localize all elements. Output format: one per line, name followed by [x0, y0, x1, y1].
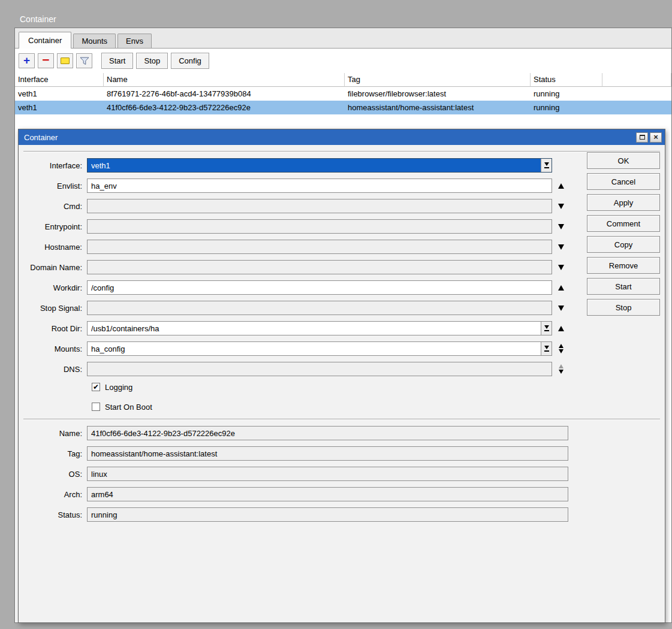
table-row[interactable]: veth1 8f761971-2276-46bf-acd4-13477939b0… — [15, 87, 671, 101]
field-row-mounts: Mounts: — [19, 341, 665, 356]
root-dir-label: Root Dir: — [19, 324, 87, 333]
root-dir-input[interactable] — [87, 321, 552, 335]
table-header-row: Interface Name Tag Status — [15, 73, 671, 87]
outer-window-titlebar[interactable]: Container — [14, 11, 672, 28]
filter-button[interactable] — [76, 53, 92, 68]
status-label: Status: — [19, 510, 87, 519]
row-interface: veth1 — [15, 89, 104, 98]
domain-name-input[interactable] — [87, 260, 552, 274]
status-value — [87, 507, 568, 522]
start-on-boot-checkbox-row[interactable]: Start On Boot — [92, 402, 665, 412]
cancel-button[interactable]: Cancel — [587, 173, 660, 190]
info-row-arch: Arch: — [19, 487, 665, 501]
field-row-domain-name: Domain Name: — [19, 260, 665, 274]
add-button[interactable]: + — [19, 53, 35, 68]
dialog-body: Interface: Envlist: Cmd: — [19, 145, 665, 624]
envlist-input[interactable] — [87, 179, 552, 193]
stop-signal-input[interactable] — [87, 301, 552, 315]
dropdown-bar-icon — [544, 350, 549, 352]
remove-button-dialog[interactable]: Remove — [587, 257, 660, 274]
name-label: Name: — [19, 429, 87, 438]
hostname-input[interactable] — [87, 240, 552, 254]
field-row-hostname: Hostname: — [19, 240, 665, 254]
arrow-down-icon — [558, 244, 564, 250]
arch-label: Arch: — [19, 490, 87, 499]
column-header-interface[interactable]: Interface — [15, 73, 104, 87]
table-row-selected[interactable]: veth1 41f0cf66-6de3-4122-9b23-d572226ec9… — [15, 101, 671, 114]
envlist-label: Envlist: — [19, 182, 87, 190]
dns-input[interactable] — [87, 362, 552, 376]
separator — [23, 419, 660, 420]
hostname-expand-button[interactable] — [557, 244, 565, 250]
tab-mounts[interactable]: Mounts — [73, 34, 116, 48]
start-button-dialog[interactable]: Start — [587, 278, 660, 295]
entrypoint-expand-button[interactable] — [557, 224, 565, 229]
field-row-root-dir: Root Dir: — [19, 321, 665, 335]
mounts-add-remove-buttons[interactable] — [557, 344, 565, 353]
mounts-dropdown-button[interactable] — [541, 342, 552, 355]
info-row-os: OS: — [19, 467, 665, 481]
field-row-workdir: Workdir: — [19, 280, 665, 295]
restore-button[interactable] — [636, 132, 648, 143]
dialog-button-column: OK Cancel Apply Comment Copy Remove Star… — [587, 152, 660, 320]
apply-button[interactable]: Apply — [587, 194, 660, 211]
copy-button[interactable]: Copy — [587, 236, 660, 253]
dropdown-bar-icon — [544, 330, 549, 331]
cmd-expand-button[interactable] — [557, 204, 565, 209]
interface-dropdown-button[interactable] — [541, 159, 552, 172]
start-on-boot-checkbox[interactable] — [92, 403, 100, 411]
logging-checkbox[interactable]: ✔ — [92, 383, 100, 391]
tab-container[interactable]: Container — [19, 32, 71, 49]
info-row-name: Name: — [19, 426, 665, 440]
comment-button[interactable]: Comment — [587, 215, 660, 232]
logging-checkbox-row[interactable]: ✔ Logging — [92, 382, 665, 392]
column-header-name[interactable]: Name — [104, 73, 345, 87]
add-icon: + — [23, 55, 30, 66]
cmd-label: Cmd: — [19, 202, 87, 211]
dropdown-bar-icon — [544, 167, 549, 168]
start-button[interactable]: Start — [101, 53, 133, 69]
dns-add-remove-buttons[interactable] — [557, 364, 565, 374]
interface-input[interactable] — [87, 158, 552, 173]
card-button[interactable] — [57, 53, 73, 68]
chevron-down-icon — [544, 325, 549, 329]
mounts-input[interactable] — [87, 341, 552, 356]
tab-envs[interactable]: Envs — [117, 34, 152, 48]
row-name: 41f0cf66-6de3-4122-9b23-d572226ec92e — [104, 103, 345, 112]
dialog-title: Container — [24, 133, 634, 142]
stop-signal-expand-button[interactable] — [557, 306, 565, 311]
tab-strip: Container Mounts Envs — [15, 28, 671, 49]
entrypoint-input[interactable] — [87, 219, 552, 234]
cmd-input[interactable] — [87, 199, 552, 213]
arrow-down-icon — [559, 349, 563, 353]
ok-button[interactable]: OK — [587, 152, 660, 169]
mounts-label: Mounts: — [19, 344, 87, 353]
envlist-collapse-button[interactable] — [557, 183, 565, 189]
logging-checkbox-label: Logging — [105, 383, 132, 392]
domain-name-expand-button[interactable] — [557, 265, 565, 270]
stop-button-dialog[interactable]: Stop — [587, 299, 660, 316]
config-button[interactable]: Config — [171, 53, 209, 69]
os-label: OS: — [19, 470, 87, 479]
field-row-dns: DNS: — [19, 362, 665, 376]
root-dir-dropdown-button[interactable] — [541, 322, 552, 335]
column-header-tag[interactable]: Tag — [345, 73, 531, 87]
remove-button[interactable]: − — [38, 53, 54, 68]
row-status: running — [531, 103, 602, 112]
workdir-collapse-button[interactable] — [557, 285, 565, 291]
separator — [23, 151, 660, 152]
arrow-down-icon — [558, 306, 564, 311]
arrow-down-icon — [558, 204, 564, 209]
workdir-input[interactable] — [87, 280, 552, 295]
close-button[interactable]: × — [650, 132, 662, 143]
stop-button[interactable]: Stop — [136, 53, 168, 69]
check-icon: ✔ — [93, 383, 99, 391]
column-header-status[interactable]: Status — [531, 73, 602, 87]
dialog-titlebar[interactable]: Container × — [19, 129, 665, 145]
entrypoint-label: Entrypoint: — [19, 222, 87, 231]
tag-label: Tag: — [19, 449, 87, 458]
row-tag: filebrowser/filebrowser:latest — [345, 89, 531, 98]
root-dir-collapse-button[interactable] — [557, 326, 565, 331]
row-name: 8f761971-2276-46bf-acd4-13477939b084 — [104, 89, 345, 98]
outer-window-title: Container — [20, 14, 56, 24]
